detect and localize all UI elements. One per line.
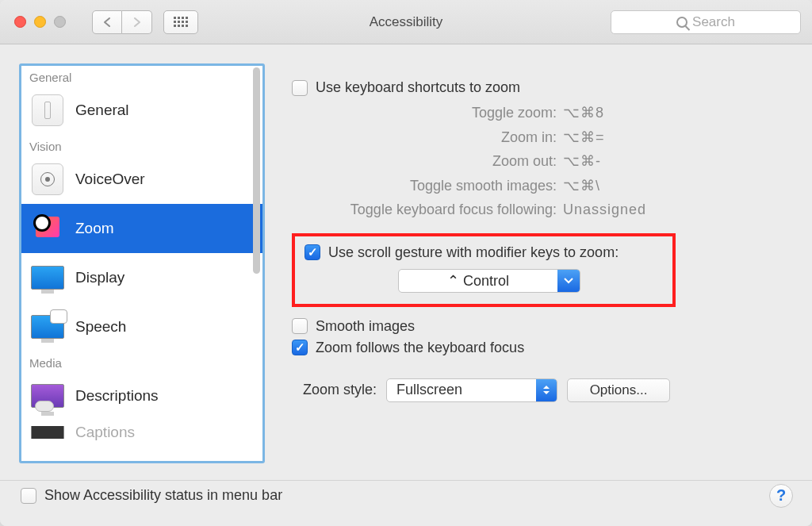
sidebar-item-voiceover[interactable]: VoiceOver	[21, 155, 262, 204]
zoom-style-label: Zoom style:	[303, 382, 377, 398]
sidebar-item-label: Display	[75, 269, 124, 286]
shortcut-value: ⌥⌘\	[563, 174, 600, 198]
shortcut-toggle-focus: Toggle keyboard focus following: Unassig…	[303, 198, 796, 222]
sidebar-item-label: Captions	[75, 424, 135, 441]
smooth-images-checkbox[interactable]	[292, 318, 308, 334]
sidebar-item-general[interactable]: General	[21, 86, 262, 135]
shortcut-value: ⌥⌘8	[563, 101, 604, 125]
shortcut-label: Toggle smooth images:	[303, 174, 563, 198]
shortcut-value: ⌥⌘-	[563, 149, 601, 174]
checkbox-label: Use keyboard shortcuts to zoom	[316, 79, 520, 96]
shortcut-value: Unassigned	[563, 198, 646, 222]
shortcut-toggle-smooth: Toggle smooth images: ⌥⌘\	[303, 174, 796, 198]
shortcut-label: Toggle keyboard focus following:	[303, 198, 563, 222]
nav-buttons	[92, 10, 152, 34]
grid-icon	[174, 17, 188, 28]
content-area: General General Vision VoiceOver Zoom	[0, 44, 812, 526]
zoom-follows-row: ✓ Zoom follows the keyboard focus	[292, 340, 796, 356]
sidebar-item-descriptions[interactable]: Descriptions	[21, 371, 262, 420]
shortcut-list: Toggle zoom: ⌥⌘8 Zoom in: ⌥⌘= Zoom out: …	[292, 101, 796, 222]
titlebar: Accessibility Search	[0, 0, 812, 44]
show-all-button[interactable]	[163, 10, 198, 34]
section-label-general: General	[21, 66, 262, 86]
scroll-gesture-checkbox[interactable]: ✓	[304, 244, 320, 260]
help-button[interactable]: ?	[769, 484, 793, 508]
sidebar-item-display[interactable]: Display	[21, 253, 262, 302]
button-label: Options...	[590, 382, 648, 398]
updown-icon	[536, 379, 557, 401]
help-icon: ?	[776, 486, 786, 505]
smooth-images-row: Smooth images	[292, 318, 796, 335]
general-icon	[31, 94, 64, 127]
sidebar-item-speech[interactable]: Speech	[21, 302, 262, 351]
modifier-dropdown-row: ⌃ Control	[304, 269, 663, 293]
sidebar-item-label: Descriptions	[75, 387, 159, 405]
system-preferences-window: Accessibility Search General General Vis…	[0, 0, 812, 526]
search-icon	[676, 17, 688, 28]
shortcut-zoom-out: Zoom out: ⌥⌘-	[303, 149, 796, 174]
section-label-media: Media	[21, 351, 262, 371]
zoom-settings-pane: Use keyboard shortcuts to zoom Toggle zo…	[276, 63, 796, 464]
window-title: Accessibility	[370, 14, 443, 30]
sidebar-item-captions[interactable]: Captions	[21, 420, 262, 444]
scrollbar-thumb[interactable]	[253, 67, 260, 274]
dropdown-value: ⌃ Control	[399, 272, 557, 290]
search-placeholder: Search	[692, 14, 735, 30]
shortcut-value: ⌥⌘=	[563, 125, 605, 150]
zoom-style-dropdown[interactable]: Fullscreen	[386, 378, 557, 402]
shortcut-toggle-zoom: Toggle zoom: ⌥⌘8	[303, 101, 796, 125]
shortcut-label: Toggle zoom:	[303, 101, 563, 125]
checkbox-label: Smooth images	[316, 318, 415, 335]
checkbox-label: Zoom follows the keyboard focus	[316, 340, 524, 356]
main-pane: General General Vision VoiceOver Zoom	[0, 44, 812, 472]
highlighted-section: ✓ Use scroll gesture with modifier keys …	[292, 233, 676, 307]
checkbox-label: Show Accessibility status in menu bar	[44, 487, 282, 504]
sidebar-list: General General Vision VoiceOver Zoom	[21, 66, 262, 461]
sidebar-item-zoom[interactable]: Zoom	[21, 204, 262, 253]
status-menubar-row: Show Accessibility status in menu bar	[21, 487, 282, 504]
shortcut-label: Zoom in:	[303, 125, 563, 150]
use-keyboard-shortcuts-checkbox[interactable]	[292, 80, 308, 96]
window-controls	[0, 16, 87, 28]
dropdown-value: Fullscreen	[387, 382, 536, 398]
zoom-style-row: Zoom style: Fullscreen Options...	[292, 378, 796, 402]
modifier-dropdown[interactable]: ⌃ Control	[398, 269, 580, 293]
sidebar-item-label: Zoom	[75, 220, 114, 237]
sidebar-item-label: Speech	[75, 318, 126, 336]
shortcut-zoom-in: Zoom in: ⌥⌘=	[303, 125, 796, 150]
close-window-button[interactable]	[14, 16, 26, 28]
captions-icon	[31, 426, 64, 439]
zoom-window-button[interactable]	[54, 16, 66, 28]
shortcut-label: Zoom out:	[303, 149, 563, 174]
zoom-icon	[31, 212, 64, 245]
section-label-vision: Vision	[21, 135, 262, 155]
zoom-follows-checkbox[interactable]: ✓	[292, 340, 308, 355]
forward-button[interactable]	[122, 10, 152, 34]
checkbox-label: Use scroll gesture with modifier keys to…	[328, 244, 619, 261]
back-button[interactable]	[92, 10, 122, 34]
options-button[interactable]: Options...	[567, 378, 670, 402]
status-menubar-checkbox[interactable]	[21, 488, 36, 504]
speech-icon	[31, 310, 64, 344]
sidebar-item-label: VoiceOver	[75, 171, 145, 188]
voiceover-icon	[31, 163, 64, 196]
category-sidebar: General General Vision VoiceOver Zoom	[19, 63, 265, 463]
descriptions-icon	[31, 379, 64, 413]
minimize-window-button[interactable]	[34, 16, 46, 28]
scroll-gesture-row: ✓ Use scroll gesture with modifier keys …	[304, 244, 663, 261]
search-input[interactable]: Search	[611, 10, 801, 34]
footer: Show Accessibility status in menu bar ?	[0, 481, 812, 526]
chevron-down-icon	[557, 270, 580, 292]
use-keyboard-shortcuts-row: Use keyboard shortcuts to zoom	[292, 79, 796, 96]
sidebar-item-label: General	[75, 102, 129, 119]
display-icon	[31, 261, 64, 294]
settings-group: Use keyboard shortcuts to zoom Toggle zo…	[276, 79, 796, 402]
